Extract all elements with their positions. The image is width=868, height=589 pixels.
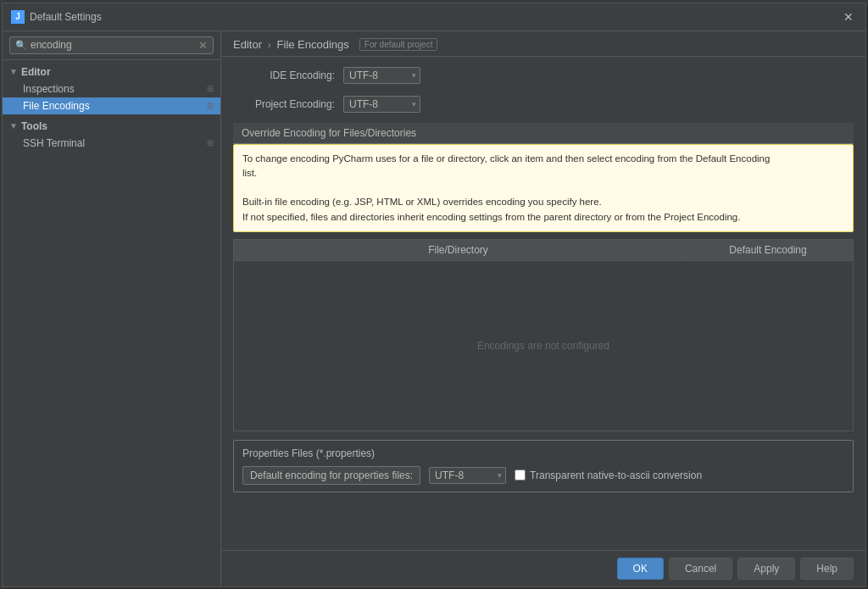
chevron-editor-icon: ▼ [9, 67, 18, 76]
sidebar-item-ssh-terminal-label: SSH Terminal [23, 137, 85, 149]
search-input[interactable] [31, 39, 198, 51]
transparent-conversion-checkbox[interactable] [515, 470, 526, 481]
override-info-line1: To change encoding PyCharm uses for a fi… [242, 152, 844, 181]
table-col-file-header: File/Directory [234, 240, 683, 260]
sidebar-item-ssh-terminal[interactable]: SSH Terminal ⊞ [3, 135, 220, 152]
close-button[interactable]: ✕ [840, 8, 857, 25]
search-clear-icon[interactable]: ✕ [198, 39, 208, 52]
tree-group-label-editor: Editor [21, 66, 51, 78]
file-encoding-table: File/Directory Default Encoding Encoding… [233, 239, 854, 431]
app-icon: J [11, 10, 25, 24]
override-section: Override Encoding for Files/Directories … [233, 123, 854, 431]
breadcrumb: Editor › File Encodings [233, 38, 349, 51]
sidebar-item-file-encodings[interactable]: File Encodings ⊞ [3, 97, 220, 114]
project-encoding-select-wrapper: UTF-8 ISO-8859-1 UTF-16 ▾ [343, 96, 420, 113]
sidebar-item-inspections-icon: ⊞ [207, 84, 214, 93]
sidebar-item-ssh-terminal-icon: ⊞ [207, 138, 214, 147]
breadcrumb-current: File Encodings [277, 38, 349, 51]
dialog-content: 🔍 ✕ ▼ Editor Inspections ⊞ [3, 31, 865, 586]
sidebar-item-file-encodings-label: File Encodings [23, 100, 90, 112]
title-bar-left: J Default Settings [11, 10, 102, 24]
help-button[interactable]: Help [800, 558, 854, 580]
ide-encoding-row: IDE Encoding: UTF-8 ISO-8859-1 UTF-16 ▾ [233, 65, 854, 86]
transparent-conversion-label: Transparent native-to-ascii conversion [530, 470, 702, 481]
dialog-default-settings: J Default Settings ✕ 🔍 ✕ ▼ [2, 3, 866, 587]
properties-row: Default encoding for properties files: U… [242, 466, 844, 485]
breadcrumb-parent: Editor [233, 38, 262, 51]
apply-button[interactable]: Apply [737, 558, 795, 580]
table-col-encoding-header: Default Encoding [683, 240, 853, 260]
breadcrumb-separator: › [268, 38, 275, 51]
tree-group-tools: ▼ Tools SSH Terminal ⊞ [3, 116, 220, 153]
properties-encoding-label: Default encoding for properties files: [242, 466, 420, 485]
main-body: IDE Encoding: UTF-8 ISO-8859-1 UTF-16 ▾ … [221, 57, 865, 550]
ok-button[interactable]: OK [617, 558, 664, 580]
table-empty-message: Encodings are not configured [234, 261, 853, 431]
tree-group-editor: ▼ Editor Inspections ⊞ File Encodings ⊞ [3, 62, 220, 116]
override-info-line2: Built-in file encoding (e.g. JSP, HTML o… [242, 195, 844, 209]
properties-section-title: Properties Files (*.properties) [242, 447, 844, 459]
ide-encoding-select[interactable]: UTF-8 ISO-8859-1 UTF-16 [343, 67, 420, 84]
dialog-title: Default Settings [30, 11, 102, 23]
properties-encoding-select-wrapper: UTF-8 ISO-8859-1 UTF-16 ▾ [429, 467, 506, 484]
ide-encoding-label: IDE Encoding: [233, 69, 335, 81]
override-info-line3: If not specified, files and directories … [242, 210, 844, 225]
sidebar: 🔍 ✕ ▼ Editor Inspections ⊞ [3, 31, 221, 586]
project-encoding-label: Project Encoding: [233, 98, 335, 110]
cancel-button[interactable]: Cancel [669, 558, 732, 580]
properties-encoding-select[interactable]: UTF-8 ISO-8859-1 UTF-16 [429, 467, 506, 484]
table-header: File/Directory Default Encoding [234, 240, 853, 261]
search-wrapper: 🔍 ✕ [9, 36, 214, 54]
project-badge: For default project [359, 38, 438, 51]
override-section-title: Override Encoding for Files/Directories [233, 123, 854, 144]
project-encoding-select[interactable]: UTF-8 ISO-8859-1 UTF-16 [343, 96, 420, 113]
search-icon: 🔍 [15, 40, 27, 51]
properties-section: Properties Files (*.properties) Default … [233, 440, 854, 492]
search-box: 🔍 ✕ [3, 31, 220, 60]
ide-encoding-select-wrapper: UTF-8 ISO-8859-1 UTF-16 ▾ [343, 67, 420, 84]
override-info-box: To change encoding PyCharm uses for a fi… [233, 144, 854, 232]
transparent-conversion-wrapper: Transparent native-to-ascii conversion [515, 470, 702, 481]
sidebar-item-inspections-label: Inspections [23, 83, 75, 95]
main-header: Editor › File Encodings For default proj… [221, 31, 865, 57]
tree-group-label-tools: Tools [21, 120, 47, 132]
sidebar-item-inspections[interactable]: Inspections ⊞ [3, 81, 220, 97]
main-panel: Editor › File Encodings For default proj… [221, 31, 865, 586]
tree-group-header-editor[interactable]: ▼ Editor [3, 64, 220, 81]
bottom-bar: OK Cancel Apply Help [221, 550, 865, 586]
tree-group-header-tools[interactable]: ▼ Tools [3, 118, 220, 135]
project-encoding-row: Project Encoding: UTF-8 ISO-8859-1 UTF-1… [233, 94, 854, 114]
title-bar: J Default Settings ✕ [3, 3, 865, 31]
tree-section: ▼ Editor Inspections ⊞ File Encodings ⊞ [3, 60, 220, 155]
sidebar-item-file-encodings-icon: ⊞ [207, 101, 214, 110]
chevron-tools-icon: ▼ [9, 121, 18, 131]
